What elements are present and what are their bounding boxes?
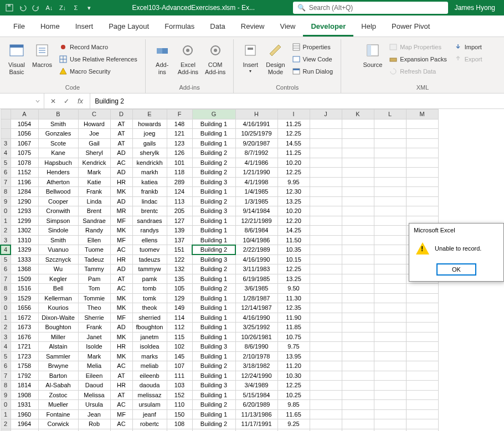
cell[interactable]: 9/20/1987	[235, 138, 277, 148]
cell[interactable]: janetm	[132, 332, 167, 342]
cell[interactable]: 1792	[11, 371, 38, 381]
cell[interactable]: 1673	[11, 323, 38, 333]
cell[interactable]: Building 1	[192, 323, 235, 333]
cell[interactable]: 10/4/1986	[235, 235, 277, 245]
cell[interactable]: 1516	[11, 284, 38, 294]
record-macro-button[interactable]: Record Macro	[56, 41, 140, 53]
cell[interactable]: 10.75	[277, 332, 310, 342]
cell[interactable]: Alstain	[38, 342, 78, 352]
cell[interactable]: Building 2	[192, 419, 235, 429]
cell[interactable]	[342, 381, 374, 391]
cell[interactable]	[406, 323, 438, 333]
import-button[interactable]: Import	[451, 41, 485, 53]
cell[interactable]: Building 2	[192, 168, 235, 178]
cell[interactable]: Franklin	[38, 429, 78, 431]
cell[interactable]: kendrickh	[132, 158, 167, 168]
cell[interactable]: Frank	[78, 187, 110, 197]
cell[interactable]	[374, 293, 406, 303]
cell[interactable]: Fontaine	[38, 409, 78, 419]
cell[interactable]: AD	[110, 168, 132, 178]
cell[interactable]	[310, 187, 342, 197]
cell[interactable]: 13.25	[277, 274, 310, 284]
col-header-A[interactable]: A	[11, 110, 38, 120]
cell[interactable]: 122	[167, 255, 192, 264]
excel-addins-button[interactable]: Excel Add-ins	[174, 39, 202, 78]
cell[interactable]: Dixon-Waite	[38, 313, 78, 323]
cell[interactable]: Katie	[78, 177, 110, 187]
cell[interactable]	[406, 361, 438, 371]
cell[interactable]: AC	[110, 284, 132, 294]
cell[interactable]	[310, 409, 342, 419]
cell[interactable]	[310, 138, 342, 148]
cell[interactable]: Randy	[78, 226, 110, 236]
cell[interactable]: Building 2	[192, 148, 235, 158]
cell[interactable]	[374, 206, 406, 216]
cell[interactable]: 1290	[11, 196, 38, 206]
row-header[interactable]: 5	[1, 158, 11, 168]
cell[interactable]: robertc	[132, 419, 167, 429]
cell[interactable]	[406, 332, 438, 342]
cell[interactable]: Mark	[78, 168, 110, 178]
col-header-I[interactable]: I	[277, 110, 310, 120]
cell[interactable]: 2/22/1989	[235, 245, 277, 255]
cell[interactable]: Building 1	[192, 332, 235, 342]
cell[interactable]: 114	[167, 313, 192, 323]
cell[interactable]: 9/14/1984	[235, 206, 277, 216]
cell[interactable]: Bellwood	[38, 187, 78, 197]
col-header-G[interactable]: G	[192, 110, 235, 120]
cell[interactable]: 125	[167, 429, 192, 431]
cell[interactable]	[374, 187, 406, 197]
view-code-button[interactable]: View Code	[290, 54, 335, 65]
cell[interactable]: Tadeuz	[78, 255, 110, 264]
cell[interactable]	[374, 196, 406, 206]
cell[interactable]: 4/1/1998	[235, 177, 277, 187]
cell[interactable]	[374, 119, 406, 129]
cell[interactable]: Tommie	[78, 293, 110, 303]
cell[interactable]	[310, 381, 342, 391]
cell[interactable]: AT	[110, 390, 132, 400]
row-header[interactable]: 2	[1, 323, 11, 333]
cell[interactable]: 12.25	[277, 129, 310, 139]
cell[interactable]: AC	[110, 361, 132, 371]
cell[interactable]: 151	[167, 245, 192, 255]
row-header[interactable]: 1	[1, 313, 11, 323]
tab-page-layout[interactable]: Page Layout	[101, 19, 157, 37]
cell[interactable]: 12.25	[277, 168, 310, 178]
cell[interactable]: 111	[167, 371, 192, 381]
row-header[interactable]: 3	[1, 332, 11, 342]
cell[interactable]	[406, 138, 438, 148]
cell[interactable]: 4/16/1991	[235, 119, 277, 129]
cell[interactable]	[342, 361, 374, 371]
cell[interactable]	[342, 148, 374, 158]
cell[interactable]: HR	[110, 255, 132, 264]
cell[interactable]: 1/4/1985	[235, 187, 277, 197]
row-header[interactable]	[1, 119, 11, 129]
cell[interactable]: Pam	[78, 274, 110, 284]
cell[interactable]	[342, 196, 374, 206]
cell[interactable]: Vuanuo	[38, 245, 78, 255]
cell[interactable]	[342, 138, 374, 148]
visual-basic-button[interactable]: Visual Basic	[4, 39, 29, 78]
cell[interactable]: 145	[167, 351, 192, 361]
cell[interactable]: 1152	[11, 168, 38, 178]
design-mode-button[interactable]: Design Mode	[263, 39, 288, 78]
cell[interactable]	[406, 196, 438, 206]
cell[interactable]: Bell	[38, 284, 78, 294]
cell[interactable]	[374, 264, 406, 274]
row-header[interactable]: 1	[1, 409, 11, 419]
cell[interactable]: Miller	[38, 332, 78, 342]
cell[interactable]: Tom	[78, 284, 110, 294]
cell[interactable]: AT	[110, 371, 132, 381]
cell[interactable]: Building 2	[192, 429, 235, 431]
cell[interactable]: 11/17/1991	[235, 419, 277, 429]
cell[interactable]	[374, 419, 406, 429]
cell[interactable]: Cooper	[38, 196, 78, 206]
cell[interactable]: 205	[167, 206, 192, 216]
cell[interactable]: 6/19/1985	[235, 274, 277, 284]
col-header-B[interactable]: B	[38, 110, 78, 120]
cell[interactable]: Building 1	[192, 409, 235, 419]
tab-view[interactable]: View	[272, 19, 303, 37]
cell[interactable]: 1056	[11, 129, 38, 139]
cell[interactable]	[342, 332, 374, 342]
save-icon[interactable]	[4, 3, 14, 13]
